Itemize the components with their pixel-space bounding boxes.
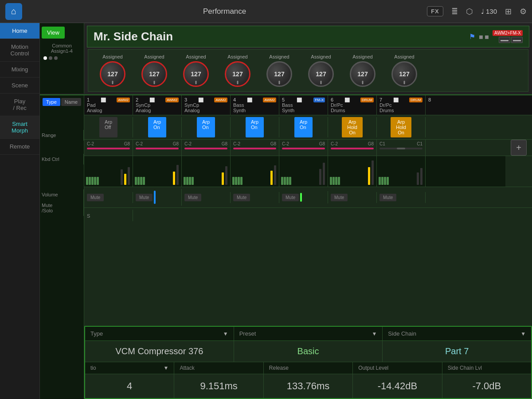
- sidebar-item-home[interactable]: Home: [0, 23, 39, 39]
- mute-btn-3[interactable]: Mute: [184, 194, 201, 201]
- sidebar-item-smart-morph[interactable]: SmartMorph: [0, 116, 39, 139]
- arp-8: [426, 117, 505, 137]
- mute-btn-5[interactable]: Mute: [282, 194, 299, 201]
- bp-output-value[interactable]: -14.42dB: [353, 374, 442, 398]
- bp-preset-arrow[interactable]: ▼: [372, 331, 377, 337]
- drum-badge-7: DRUM: [409, 98, 422, 102]
- knob-7-container: Assigned 127: [343, 54, 383, 87]
- bp-sidechain-lvl-label: Side Chain Lvl: [448, 365, 482, 371]
- bp-attack-value[interactable]: 9.151ms: [174, 374, 263, 398]
- bpm-display[interactable]: ♩ 130: [481, 8, 497, 16]
- knob-7-label: Assigned: [345, 54, 380, 59]
- knob-5[interactable]: 127: [266, 61, 292, 87]
- bp-type-value[interactable]: VCM Compressor 376: [85, 341, 234, 362]
- midi-icon[interactable]: ≣: [451, 7, 458, 16]
- mute-btn-6[interactable]: Mute: [331, 194, 348, 201]
- knob-section: Assigned 127 Assigned 127 Assigned 127: [88, 49, 528, 92]
- part-badge-2: ▬▬: [511, 37, 523, 43]
- kbd-5: [279, 156, 328, 187]
- knob-2[interactable]: 127: [141, 61, 167, 87]
- sidebar-item-label: Home: [12, 27, 27, 34]
- knob-8-container: Assigned 127: [384, 54, 424, 87]
- vol-6: Mute: [328, 192, 377, 203]
- mute-solo-label: Mute/Solo: [40, 200, 84, 216]
- bp-release-value[interactable]: 133.76ms: [264, 374, 353, 398]
- drum-badge-6: DRUM: [360, 98, 374, 102]
- mute-btn-4[interactable]: Mute: [233, 194, 250, 201]
- range-3: C-2G8: [182, 140, 231, 156]
- mute-btn-2[interactable]: Mute: [136, 194, 153, 201]
- bp-sidechain-lvl-value[interactable]: -7.0dB: [442, 374, 531, 398]
- sidebar-item-scene[interactable]: Scene: [0, 78, 39, 94]
- arp-btn-7[interactable]: ArpHoldOn: [391, 117, 411, 137]
- arp-btn-5[interactable]: ArpOn: [294, 117, 313, 137]
- sidebar-item-label: SmartMorph: [12, 121, 28, 134]
- bp-type-arrow[interactable]: ▼: [223, 331, 228, 337]
- sidebar-item-remote[interactable]: Remote: [0, 139, 39, 155]
- knob-5-container: Assigned 127: [259, 54, 299, 87]
- fx-button[interactable]: FX: [427, 6, 443, 16]
- bp-value-row: VCM Compressor 376 Basic Part 7: [85, 341, 531, 362]
- mute-btn-7[interactable]: Mute: [379, 194, 396, 201]
- type-name-row: Type Name: [43, 98, 81, 106]
- mute-solo-row: S: [84, 208, 532, 223]
- knob-3[interactable]: 127: [183, 61, 209, 87]
- bp-sidechain-arrow[interactable]: ▼: [520, 331, 526, 337]
- home-button[interactable]: ⌂: [5, 3, 22, 20]
- bp-preset-value[interactable]: Basic: [234, 341, 383, 362]
- bp-type-label: Type: [90, 330, 103, 337]
- knob-7[interactable]: 127: [350, 61, 376, 87]
- arp-7: ArpHoldOn: [377, 117, 426, 137]
- bp-release-label: Release: [269, 365, 289, 371]
- bp-params-header: tio ▼ Attack Release Output Level Side C…: [85, 362, 531, 374]
- knob-4[interactable]: 127: [225, 61, 250, 87]
- mute-btn-1[interactable]: Mute: [87, 194, 104, 201]
- part-2-header: 2 ⬜ AWM2 SynCpAnalog: [133, 95, 182, 115]
- part-8-header: 8: [426, 95, 505, 115]
- bp-preset-header: Preset ▼: [234, 327, 383, 340]
- bp-param-release: Release: [264, 362, 353, 374]
- knob-6-label: Assigned: [303, 54, 339, 59]
- type-button[interactable]: Type: [43, 98, 60, 106]
- add-button[interactable]: +: [511, 140, 527, 156]
- awm-badge-1: AWM2: [117, 98, 130, 102]
- part-5-name: BassSynth: [282, 102, 325, 113]
- range-1: C-2G8: [84, 140, 133, 156]
- gear-icon[interactable]: ⚙: [520, 7, 527, 16]
- knob-8[interactable]: 127: [391, 61, 417, 87]
- view-button[interactable]: View: [42, 27, 65, 39]
- knob-1[interactable]: 127: [100, 61, 125, 87]
- bp-ratio-arrow[interactable]: ▼: [164, 365, 169, 371]
- part-2-name: SynCpAnalog: [136, 102, 179, 113]
- top-bar-controls: FX ≣ ⬡ ♩ 130 ⊞ ⚙: [427, 6, 527, 16]
- knob-6-container: Assigned 127: [301, 54, 341, 87]
- part-6-header: 6 ⬜ DRUM Dr/PcDrums: [328, 95, 377, 115]
- part-7-name: Dr/PcDrums: [379, 102, 422, 113]
- knob-1-label: Assigned: [95, 54, 130, 59]
- arp-btn-1[interactable]: ArpOff: [99, 117, 117, 137]
- page-title: Performance: [29, 7, 420, 16]
- kbd-8: [426, 156, 505, 187]
- sidebar-item-motion-control[interactable]: MotionControl: [0, 39, 39, 62]
- sidebar-item-mixing[interactable]: Mixing: [0, 62, 39, 78]
- bp-sidechain-value[interactable]: Part 7: [383, 341, 531, 362]
- main-layout: Home MotionControl Mixing Scene Play/ Re…: [0, 23, 532, 399]
- arp-3: ArpOn: [182, 117, 231, 137]
- grid-icon[interactable]: ⊞: [505, 7, 512, 16]
- vol-1: Mute: [84, 192, 133, 203]
- dot-2: [49, 56, 52, 60]
- arp-4: ArpOn: [231, 117, 279, 137]
- bp-param-sidechain-lvl: Side Chain Lvl: [442, 362, 531, 374]
- arp-btn-3[interactable]: ArpOn: [197, 117, 215, 137]
- arp-btn-6[interactable]: ArpHoldOn: [342, 117, 363, 137]
- vol-3: Mute: [182, 192, 231, 203]
- kbd-3: [182, 156, 231, 187]
- arp-btn-2[interactable]: ArpOn: [148, 117, 166, 137]
- name-button[interactable]: Name: [61, 98, 81, 106]
- range-6: C-2G8: [328, 140, 377, 156]
- arp-btn-4[interactable]: ArpOn: [246, 117, 264, 137]
- knob-6[interactable]: 127: [308, 61, 334, 87]
- vol-7: Mute: [377, 192, 426, 203]
- sidebar-item-play-rec[interactable]: Play/ Rec: [0, 94, 39, 116]
- bp-ratio-value[interactable]: 4: [85, 374, 174, 398]
